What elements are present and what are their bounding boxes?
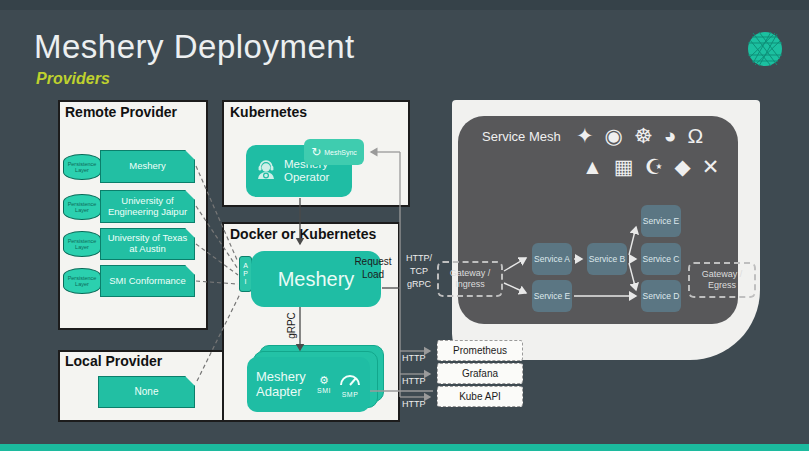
smi-icon: ⚙: [319, 375, 329, 386]
sync-icon: ↻: [311, 145, 321, 159]
operator-icon: [254, 157, 278, 185]
docker-kubernetes-title: Docker or Kubernetes: [230, 226, 376, 242]
service-node-c: Service C: [641, 243, 681, 275]
mesh-logo-icon: ☸: [634, 124, 653, 148]
mesh-logo-icon: ✦: [576, 124, 594, 148]
smi-badge: ⚙ SMI: [317, 375, 331, 394]
meshsync-node: ↻ MeshSync: [304, 139, 364, 165]
http-label-kubeapi: HTTP: [402, 399, 434, 409]
gateway-ingress-node: Gateway / Ingress: [437, 261, 503, 297]
mesh-logo-icon: ☪: [645, 155, 664, 179]
page-title: Meshery Deployment: [34, 28, 355, 66]
service-node-a: Service A: [532, 243, 572, 275]
remote-provider-title: Remote Provider: [65, 104, 177, 120]
provider-item-none: None: [98, 376, 195, 408]
service-node-e-upper: Service E: [641, 205, 681, 237]
smp-badge: SMP: [339, 372, 361, 398]
mesh-logo-icon: ◉: [605, 124, 623, 148]
endpoint-kube-api: Kube API: [437, 386, 523, 407]
mesh-logo-icon: ▲: [582, 155, 603, 179]
endpoint-grafana: Grafana: [437, 363, 523, 384]
service-node-d: Service D: [641, 280, 681, 312]
footer-accent-bar: [0, 444, 809, 451]
gateway-egress-node: Gateway / Egress: [688, 262, 756, 298]
mesh-logo-icon: ▦: [614, 155, 634, 179]
provider-item-uni-jaipur: University of Engineering Jaipur: [100, 190, 195, 223]
persistence-cylinder-icon: PersistenceLayer: [63, 154, 101, 180]
slide-canvas: Meshery Deployment Providers Remote Prov…: [0, 0, 809, 451]
local-provider-title: Local Provider: [65, 353, 162, 369]
mesh-logos-row-2: ▲ ▦ ☪ ◆ ✕: [582, 155, 719, 179]
request-load-label: Request Load: [349, 256, 397, 281]
meshery-adapter-node: Meshery Adapter ⚙ SMI SMP: [247, 357, 370, 412]
mesh-logo-icon: ◆: [674, 155, 690, 179]
persistence-cylinder-icon: PersistenceLayer: [63, 268, 101, 294]
meshsync-label: MeshSync: [324, 149, 357, 156]
provider-item-ut-austin: University of Texas at Austin: [100, 228, 195, 260]
http-label-grafana: HTTP: [402, 376, 434, 386]
service-node-b: Service B: [587, 243, 627, 275]
top-band: [0, 0, 809, 10]
mesh-logo-icon: Ω: [687, 124, 703, 148]
mesh-logo-icon: ✕: [702, 155, 720, 179]
kubernetes-title: Kubernetes: [230, 104, 307, 120]
smp-gauge-icon: [339, 372, 361, 390]
provider-item-smi-conformance: SMI Conformance: [100, 265, 195, 297]
mesh-logo-icon: ◕: [664, 124, 677, 148]
persistence-cylinder-icon: PersistenceLayer: [63, 231, 101, 257]
grpc-label: gRPC: [286, 306, 297, 346]
meshery-logo-icon: [747, 31, 783, 71]
adapter-label: Meshery Adapter: [256, 370, 306, 400]
mesh-logos-row-1: ✦ ◉ ☸ ◕ Ω: [576, 124, 703, 148]
page-subtitle: Providers: [36, 70, 110, 88]
http-label-prometheus: HTTP: [402, 353, 434, 363]
persistence-cylinder-icon: PersistenceLayer: [63, 194, 101, 220]
endpoint-prometheus: Prometheus: [437, 340, 523, 361]
provider-item-meshery: Meshery: [100, 150, 195, 183]
service-node-e-lower: Service E: [532, 280, 572, 312]
http-tcp-grpc-label: HTTP/ TCP gRPC: [401, 252, 437, 291]
service-mesh-title: Service Mesh: [482, 129, 561, 144]
